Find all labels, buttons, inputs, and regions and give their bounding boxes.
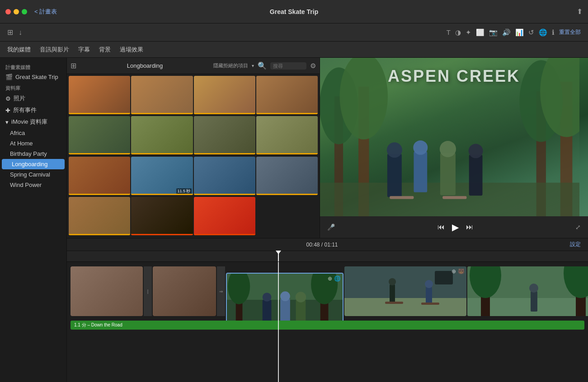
svg-rect-36 (385, 302, 403, 304)
export-icon[interactable]: ⬆ (577, 7, 583, 16)
sidebar-item-africa[interactable]: Africa (0, 128, 66, 138)
playhead-triangle (276, 251, 281, 254)
minimize-button[interactable] (14, 9, 19, 14)
thumbnail-9[interactable] (69, 157, 130, 195)
thumbnail-7[interactable] (194, 116, 255, 154)
timeline-ruler (67, 251, 588, 262)
top-content: ⊞ Longboarding 隱藏拒絕的項目 ▾ 🔍 ⚙ (67, 58, 588, 238)
timecode-display: 00:48 / 01:11 (306, 242, 338, 248)
clip-4-map-icon: 🐻 (458, 268, 465, 275)
sidebar-item-at-home[interactable]: At Home (0, 138, 66, 149)
audio-track-wrapper: 1.1 分 – Down the Road (67, 321, 588, 331)
track-clip-1[interactable] (71, 266, 143, 316)
sidebar-item-spring-carnival[interactable]: Spring Carnival (0, 169, 66, 180)
timeline-area: | ⇒ 2.2 秒 – ASPEN CREEK... (67, 251, 588, 382)
fullscreen-button[interactable] (22, 9, 27, 14)
svg-point-13 (413, 140, 428, 155)
text-icon[interactable]: T (447, 28, 451, 36)
svg-point-11 (387, 142, 402, 158)
titlebar-left: < 計畫表 (5, 8, 57, 16)
back-button[interactable]: < 計畫表 (34, 8, 57, 16)
track-clip-5[interactable] (467, 266, 588, 316)
sidebar-item-photos[interactable]: ⚙ 照片 (0, 93, 66, 104)
track-clip-2[interactable] (153, 266, 216, 316)
video-icon[interactable]: 📷 (489, 28, 498, 37)
nav-tabs-left: 我的媒體 音訊與影片 字幕 背景 過場效果 (7, 44, 143, 56)
play-pause-button[interactable]: ▶ (452, 222, 459, 233)
transition-2[interactable]: ⇒ (217, 266, 225, 316)
toolbar: ⊞ ↓ T ◑ ✦ ⬜ 📷 🔊 📊 ↺ 🌐 ℹ 重置全部 (0, 23, 588, 42)
thumbnail-3[interactable] (194, 76, 255, 114)
svg-point-35 (389, 278, 396, 285)
reset-all-button[interactable]: 重置全部 (559, 28, 581, 36)
filter-icon[interactable]: ✦ (466, 28, 471, 37)
toolbar-left: ⊞ ↓ (7, 28, 22, 37)
color-icon[interactable]: ◑ (455, 28, 461, 37)
window-title: Great Skate Trip (270, 8, 318, 15)
thumbnail-1[interactable] (69, 76, 130, 114)
sidebar-item-wind-power[interactable]: Wind Power (0, 180, 66, 190)
audio-icon[interactable]: 🔊 (502, 28, 511, 37)
close-button[interactable] (5, 9, 11, 14)
browser-grid-icon[interactable]: ⊞ (71, 61, 76, 70)
info-icon[interactable]: ℹ (552, 28, 555, 37)
thumbnail-12[interactable] (256, 157, 318, 195)
nav-tabs: 我的媒體 音訊與影片 字幕 背景 過場效果 (0, 42, 588, 58)
thumbnail-2[interactable] (131, 76, 193, 114)
grid-view-icon[interactable]: ⊞ (7, 28, 13, 37)
svg-rect-12 (414, 151, 427, 192)
browser-filter-label[interactable]: 隱藏拒絕的項目 (213, 62, 248, 69)
thumbnail-13[interactable] (69, 197, 130, 235)
track-clip-3-selected[interactable]: 2.2 秒 – ASPEN CREEK... (226, 273, 343, 321)
download-icon[interactable]: ↓ (19, 28, 22, 37)
crop-icon[interactable]: ⬜ (476, 28, 485, 37)
settings-button[interactable]: 設定 (570, 241, 581, 248)
svg-rect-47 (531, 291, 537, 312)
browser-settings-icon[interactable]: ⚙ (310, 62, 316, 70)
svg-point-29 (280, 291, 290, 301)
stabilize-icon[interactable]: ↺ (528, 28, 534, 37)
browser-grid: 11.5 秒 (67, 74, 320, 238)
chart-icon[interactable]: 📊 (515, 28, 524, 37)
audio-track-bar[interactable]: 1.1 分 – Down the Road (71, 321, 584, 330)
thumbnail-6[interactable] (131, 116, 193, 154)
thumbnail-11[interactable] (194, 157, 255, 195)
tab-backgrounds[interactable]: 背景 (99, 44, 111, 56)
svg-rect-16 (469, 155, 483, 196)
svg-rect-18 (390, 196, 414, 199)
clip-4-icons: ⊕ 🐻 (452, 268, 465, 275)
mic-icon[interactable]: 🎤 (327, 224, 335, 231)
svg-point-48 (529, 284, 538, 293)
tab-transitions[interactable]: 過場效果 (120, 44, 143, 56)
media-browser: ⊞ Longboarding 隱藏拒絕的項目 ▾ 🔍 ⚙ (67, 58, 320, 238)
thumbnail-10[interactable]: 11.5 秒 (131, 157, 193, 195)
go-to-start-button[interactable]: ⏮ (437, 223, 445, 231)
thumbnail-14[interactable] (131, 197, 193, 235)
tab-audio-video[interactable]: 音訊與影片 (40, 44, 69, 56)
tab-captions[interactable]: 字幕 (78, 44, 90, 56)
playhead[interactable] (278, 251, 279, 261)
svg-rect-40 (435, 271, 453, 284)
thumbnail-5[interactable] (69, 116, 130, 154)
track-clip-4[interactable]: ⊕ 🐻 (344, 266, 466, 316)
sidebar-item-all-events[interactable]: ✚ 所有事件 (0, 104, 66, 116)
sidebar-item-birthday-party[interactable]: Birthday Party (0, 149, 66, 159)
clip-stabilize-icon: ⊕ (328, 275, 332, 282)
sidebar-item-longboarding[interactable]: Longboarding (2, 159, 65, 169)
browser-controls: 隱藏拒絕的項目 ▾ 🔍 ⚙ (213, 61, 316, 70)
map-icon[interactable]: 🌐 (539, 28, 547, 37)
thumbnail-4[interactable] (256, 76, 318, 114)
gear-icon: ⚙ (5, 95, 11, 102)
transition-1[interactable]: | (144, 266, 152, 316)
sidebar-item-project[interactable]: 🎬 Great Skate Trip (0, 72, 66, 82)
fullscreen-icon[interactable]: ⤢ (575, 224, 581, 231)
thumbnail-15[interactable] (194, 197, 255, 235)
thumbnail-8[interactable] (256, 116, 318, 154)
sidebar-item-imovie-library[interactable]: ▾ iMovie 資料庫 (0, 116, 66, 128)
browser-header: ⊞ Longboarding 隱藏拒絕的項目 ▾ 🔍 ⚙ (67, 58, 320, 74)
tab-my-media[interactable]: 我的媒體 (7, 44, 31, 56)
sidebar: 計畫素媒體 🎬 Great Skate Trip 資料庫 ⚙ 照片 ✚ 所有事件… (0, 58, 67, 382)
go-to-end-button[interactable]: ⏭ (466, 223, 473, 231)
chevron-icon: ▾ (5, 119, 9, 126)
search-input[interactable] (270, 62, 306, 70)
